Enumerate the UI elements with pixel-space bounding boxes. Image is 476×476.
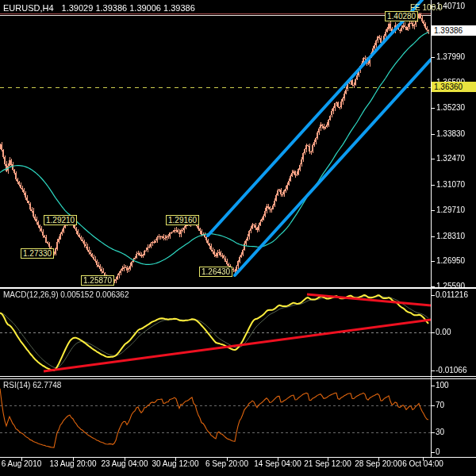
macd-axis-label: -0.01066 [436, 366, 466, 375]
price-callout-box: 1.29160 [166, 215, 199, 225]
time-axis-label: 13 Aug 20:00 [50, 459, 97, 469]
price-callout-box: 1.26430 [199, 267, 232, 277]
macd-indicator-label: MACD(12,26,9) 0.005152 0.006362 [3, 290, 129, 300]
time-axis-label: 28 Sep 20:00 [355, 459, 402, 469]
current-price-box: 1.39386 [432, 25, 476, 36]
mt4-chart-window: EURUSD,H4 1.39029 1.39386 1.39006 1.3938… [0, 0, 476, 476]
level-price-box: 1.36360 [432, 82, 476, 92]
price-axis-label: 1.35230 [436, 103, 465, 113]
time-axis-label: 6 Sep 20:00 [205, 459, 248, 469]
time-axis-label: 6 Oct 04:00 [402, 459, 443, 469]
chart-canvas[interactable] [0, 0, 476, 476]
time-axis-label: 14 Sep 04:00 [254, 459, 301, 469]
price-axis-label: 1.37990 [436, 52, 465, 62]
rsi-axis-label: 30 [436, 428, 444, 437]
price-axis-label: 1.33830 [436, 129, 465, 139]
rsi-axis-label: 100 [436, 381, 449, 390]
macd-axis-label: 0.011216 [436, 290, 468, 300]
price-axis-label: 1.26950 [436, 256, 465, 266]
time-axis-label: 23 Aug 04:00 [102, 459, 148, 469]
price-callout-box: 1.40280 [385, 11, 418, 21]
rsi-indicator-label: RSI(14) 62.7748 [3, 381, 61, 390]
ohlc-values-label: 1.39029 1.39386 1.39006 1.39386 [62, 3, 195, 13]
price-axis-label: 1.28310 [436, 232, 465, 241]
chart-title: EURUSD,H4 1.39029 1.39386 1.39006 1.3938… [3, 3, 195, 13]
price-callout-box: 1.27330 [21, 248, 54, 259]
price-axis-label: 1.31070 [436, 180, 465, 190]
symbol-timeframe-label: EURUSD,H4 [3, 3, 54, 13]
rsi-axis-label: 0 [436, 447, 440, 457]
price-axis-label: 1.29710 [436, 205, 465, 215]
fibo-expansion-label: FE 100.0 [410, 3, 443, 12]
price-callout-box: 1.29210 [44, 215, 77, 225]
time-axis-label: 21 Sep 12:00 [304, 459, 351, 469]
time-axis-label: 6 Aug 2010 [2, 459, 42, 469]
macd-axis-label: 0.00 [436, 328, 451, 337]
rsi-axis-label: 70 [436, 401, 444, 410]
time-axis-label: 30 Aug 12:00 [152, 459, 199, 469]
price-axis-label: 1.32470 [436, 154, 465, 163]
price-callout-box: 1.25870 [81, 275, 114, 286]
